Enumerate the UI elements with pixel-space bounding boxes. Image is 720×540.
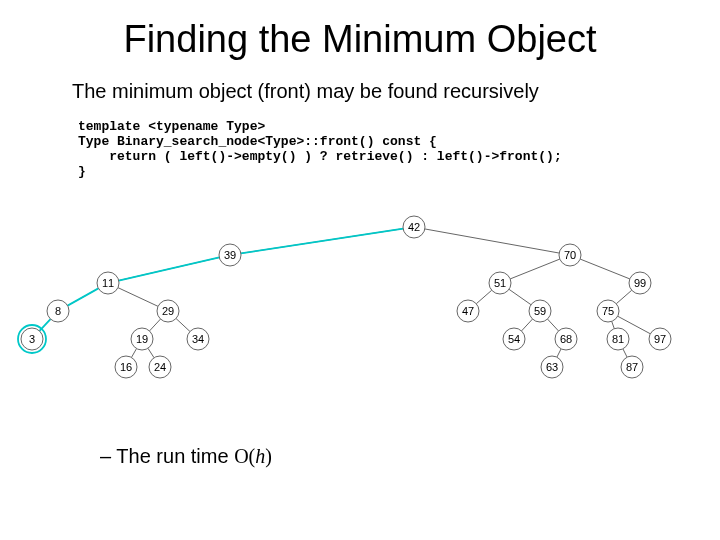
highlight-edge: [241, 229, 403, 254]
tree-edge: [476, 290, 491, 304]
tree-edge: [131, 349, 136, 358]
runtime-bullet: – The run time O(h): [100, 445, 272, 468]
tree-diagram: 4239701151998294759753193454688197162463…: [0, 215, 720, 415]
tree-node-label: 39: [224, 249, 236, 261]
tree-edge: [521, 319, 532, 331]
tree-node-label: 3: [29, 333, 35, 345]
tree-node-label: 63: [546, 361, 558, 373]
tree-node-label: 16: [120, 361, 132, 373]
highlight-edge: [119, 257, 220, 280]
tree-edge: [118, 288, 158, 307]
tree-node-label: 87: [626, 361, 638, 373]
tree-edge: [623, 349, 627, 357]
tree-node-label: 75: [602, 305, 614, 317]
tree-node-label: 59: [534, 305, 546, 317]
bullet-dash: –: [100, 445, 116, 467]
tree-node-label: 68: [560, 333, 572, 345]
tree-node-label: 42: [408, 221, 420, 233]
tree-node-label: 54: [508, 333, 520, 345]
tree-edge: [176, 319, 190, 332]
tree-nodes: 4239701151998294759753193454688197162463…: [21, 216, 671, 378]
tree-edge: [425, 229, 559, 253]
tree-node-label: 81: [612, 333, 624, 345]
tree-edge: [547, 319, 558, 331]
big-o: O: [234, 445, 248, 467]
tree-node-label: 34: [192, 333, 204, 345]
tree-edge: [149, 319, 160, 331]
tree-node-label: 70: [564, 249, 576, 261]
slide-title: Finding the Minimum Object: [0, 18, 720, 61]
slide-subtitle: The minimum object (front) may be found …: [72, 80, 539, 103]
code-block: template <typename Type> Type Binary_sea…: [78, 120, 562, 180]
tree-edge: [616, 290, 631, 304]
tree-node-label: 97: [654, 333, 666, 345]
tree-node-label: 47: [462, 305, 474, 317]
tree-edge: [148, 348, 154, 357]
tree-edge: [557, 349, 561, 357]
highlight-edge: [68, 288, 99, 305]
tree-node-label: 29: [162, 305, 174, 317]
paren-close: ): [265, 445, 272, 467]
tree-highlight-path: [18, 229, 403, 353]
tree-edge: [580, 259, 630, 279]
tree-node-label: 24: [154, 361, 166, 373]
tree-node-label: 8: [55, 305, 61, 317]
tree-node-label: 11: [102, 277, 114, 289]
tree-node-label: 19: [136, 333, 148, 345]
tree-edge: [612, 321, 615, 328]
tree-node-label: 99: [634, 277, 646, 289]
tree-edge: [510, 259, 560, 279]
var-h: h: [255, 445, 265, 467]
slide: Finding the Minimum Object The minimum o…: [0, 0, 720, 540]
bullet-text: The run time: [116, 445, 234, 467]
tree-edge: [509, 289, 531, 304]
tree-node-label: 51: [494, 277, 506, 289]
